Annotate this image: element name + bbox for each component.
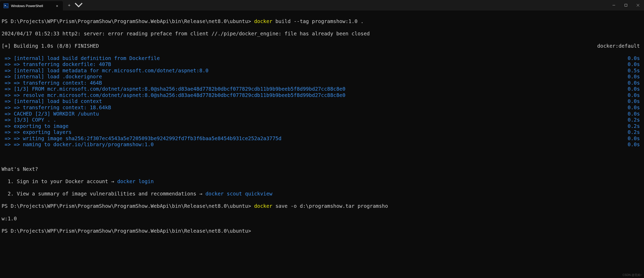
- build-step-time: 0.0s: [628, 55, 642, 62]
- build-step: => => exporting layers0.2s: [2, 129, 642, 135]
- build-step: => [internal] load .dockerignore0.0s: [2, 74, 642, 80]
- build-step-text: => [internal] load build definition from…: [5, 55, 160, 61]
- window-controls: [608, 0, 644, 10]
- build-step: => CACHED [2/3] WORKDIR /ubuntu0.0s: [2, 111, 642, 117]
- build-step: => [3/3] COPY . .0.2s: [2, 117, 642, 123]
- build-header: [+] Building 1.0s (8/8) FINISHEDdocker:d…: [2, 43, 642, 49]
- build-step-time: 0.0s: [628, 86, 642, 92]
- prompt-line-2: PS D:\Projects\WPF\Prism\ProgramShow\Pro…: [2, 203, 642, 209]
- tab-close-button[interactable]: ✕: [55, 3, 59, 9]
- close-icon: [636, 4, 640, 7]
- build-step-time: 0.0s: [628, 141, 642, 148]
- close-button[interactable]: [632, 0, 644, 10]
- build-step-text: => [1/3] FROM mcr.microsoft.com/dotnet/a…: [5, 86, 345, 92]
- build-step: => => writing image sha256:2f307ec4543a5…: [2, 135, 642, 142]
- prompt-line-1: PS D:\Projects\WPF\Prism\ProgramShow\Pro…: [2, 18, 642, 25]
- svg-rect-1: [625, 4, 627, 7]
- build-step: => => naming to docker.io/library/progra…: [2, 141, 642, 148]
- build-step: => exporting to image0.2s: [2, 123, 642, 129]
- build-step-text: => CACHED [2/3] WORKDIR /ubuntu: [5, 111, 99, 117]
- tab-title: Windows PowerShell: [11, 4, 52, 8]
- titlebar: >_ Windows PowerShell ✕ ＋: [0, 0, 644, 10]
- tab-actions: ＋: [63, 0, 85, 10]
- terminal-output[interactable]: PS D:\Projects\WPF\Prism\ProgramShow\Pro…: [0, 10, 644, 242]
- error-line: 2024/04/17 01:52:33 http2: server: error…: [2, 31, 642, 37]
- prompt-path: PS D:\Projects\WPF\Prism\ProgramShow\Pro…: [2, 18, 251, 24]
- minimize-icon: [612, 4, 615, 7]
- build-step-text: => [3/3] COPY . .: [5, 117, 56, 123]
- whats-next-item-2: 2. View a summary of image vulnerabiliti…: [2, 191, 642, 197]
- build-step-text: => => transferring dockerfile: 407B: [5, 61, 111, 67]
- build-step-text: => [internal] load .dockerignore: [5, 74, 102, 80]
- build-step-text: => => writing image sha256:2f307ec4543a5…: [5, 135, 282, 141]
- maximize-button[interactable]: [620, 0, 632, 10]
- build-step: => => resolve mcr.microsoft.com/dotnet/a…: [2, 92, 642, 99]
- build-step-text: => => resolve mcr.microsoft.com/dotnet/a…: [5, 92, 345, 98]
- blank-line: [2, 154, 642, 160]
- build-step-time: 0.0s: [628, 74, 642, 80]
- cmd-exe: docker: [254, 18, 273, 24]
- build-step-text: => => transferring context: 464B: [5, 80, 102, 86]
- build-step-text: => => exporting layers: [5, 129, 72, 135]
- build-step: => => transferring context: 464B0.0s: [2, 80, 642, 86]
- build-step-time: 0.2s: [628, 129, 642, 135]
- new-tab-button[interactable]: ＋: [65, 1, 73, 9]
- build-step-text: => => transferring context: 18.64kB: [5, 105, 111, 111]
- build-step-time: 0.0s: [628, 135, 642, 142]
- build-step: => => transferring context: 18.64kB0.0s: [2, 105, 642, 111]
- build-step-time: 0.5s: [628, 68, 642, 74]
- build-step-time: 0.0s: [628, 98, 642, 105]
- build-step-time: 0.2s: [628, 123, 642, 129]
- minimize-button[interactable]: [608, 0, 620, 10]
- maximize-icon: [624, 4, 627, 7]
- docker-login-hint: docker login: [117, 178, 154, 184]
- prompt-line-3: PS D:\Projects\WPF\Prism\ProgramShow\Pro…: [2, 228, 642, 234]
- build-step-time: 0.2s: [628, 117, 642, 123]
- whats-next-item-1: 1. Sign in to your Docker account → dock…: [2, 178, 642, 185]
- build-step-time: 0.0s: [628, 111, 642, 117]
- chevron-down-icon: [74, 1, 83, 9]
- whats-next-title: What's Next?: [2, 166, 642, 172]
- build-step-text: => [internal] load metadata for mcr.micr…: [5, 68, 209, 74]
- powershell-icon: >_: [4, 3, 8, 8]
- build-step-time: 0.0s: [628, 80, 642, 86]
- watermark: CSDN @无焰~: [623, 273, 642, 277]
- build-step-time: 0.0s: [628, 92, 642, 99]
- build-step: => => transferring dockerfile: 407B0.0s: [2, 61, 642, 68]
- build-step: => [internal] load build definition from…: [2, 55, 642, 62]
- build-step-time: 0.0s: [628, 105, 642, 111]
- build-step-time: 0.0s: [628, 61, 642, 68]
- tab-dropdown-button[interactable]: [74, 1, 83, 9]
- titlebar-drag-region[interactable]: [85, 0, 608, 10]
- prompt-line-2-wrap: w:1.0: [2, 216, 642, 222]
- active-tab[interactable]: >_ Windows PowerShell ✕: [0, 1, 63, 10]
- build-step: => [internal] load metadata for mcr.micr…: [2, 68, 642, 74]
- build-step: => [internal] load build context0.0s: [2, 98, 642, 105]
- cmd-args: build --tag programshow:1.0 .: [272, 18, 364, 24]
- build-step-text: => exporting to image: [5, 123, 69, 129]
- build-step-text: => => naming to docker.io/library/progra…: [5, 141, 154, 148]
- docker-scout-hint: docker scout quickview: [205, 191, 272, 197]
- build-step-text: => [internal] load build context: [5, 98, 102, 104]
- build-step: => [1/3] FROM mcr.microsoft.com/dotnet/a…: [2, 86, 642, 92]
